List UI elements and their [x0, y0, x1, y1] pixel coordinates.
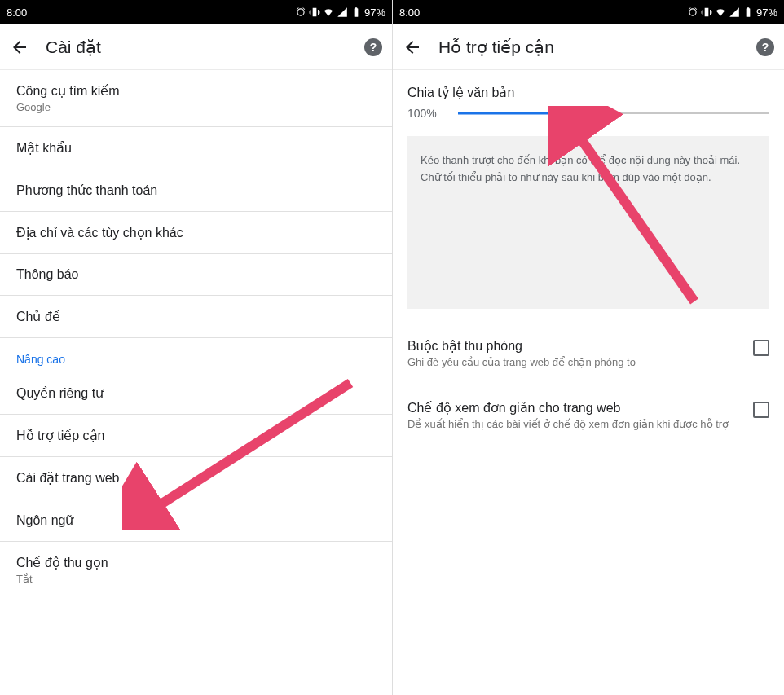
row-title: Hỗ trợ tiếp cận	[16, 428, 376, 443]
slider-thumb[interactable]	[576, 107, 589, 120]
row-title: Cài đặt trang web	[16, 470, 376, 486]
vibrate-icon	[309, 7, 320, 18]
signal-icon	[337, 7, 348, 18]
row-title: Phương thức thanh toán	[16, 183, 376, 198]
wifi-icon	[715, 7, 726, 18]
status-time: 8:00	[399, 7, 420, 19]
row-title: Công cụ tìm kiếm	[16, 83, 376, 99]
simplified-view-checkbox[interactable]	[753, 402, 769, 418]
signal-icon	[729, 7, 740, 18]
accessibility-pane: 8:00 97% Hỗ trợ tiếp cận ? Chia tỷ lệ vă…	[392, 0, 784, 695]
row-title: Chủ đề	[16, 309, 376, 324]
alarm-icon	[687, 7, 698, 18]
row-site-settings[interactable]: Cài đặt trang web	[0, 457, 392, 499]
slider-fill	[458, 112, 583, 115]
force-zoom-checkbox[interactable]	[753, 340, 769, 356]
back-button[interactable]	[10, 37, 29, 57]
row-subtitle: Đề xuất hiển thị các bài viết ở chế độ x…	[407, 417, 742, 432]
text-scale-label: Chia tỷ lệ văn bản	[407, 85, 769, 100]
status-bar: 8:00 97%	[0, 0, 392, 24]
row-accessibility[interactable]: Hỗ trợ tiếp cận	[0, 415, 392, 457]
page-title: Hỗ trợ tiếp cận	[438, 37, 740, 57]
row-force-zoom[interactable]: Buộc bật thu phóng Ghi đè yêu cầu của tr…	[393, 323, 784, 385]
section-advanced: Nâng cao	[0, 338, 392, 372]
row-title: Chế độ thu gọn	[16, 555, 376, 570]
row-title: Buộc bật thu phóng	[407, 338, 742, 354]
battery-percent: 97%	[364, 7, 385, 19]
status-time: 8:00	[7, 7, 27, 19]
alarm-icon	[295, 7, 306, 18]
row-subtitle: Tắt	[16, 573, 376, 585]
row-title: Ngôn ngữ	[16, 512, 376, 528]
page-title: Cài đặt	[46, 37, 348, 57]
row-title: Chế độ xem đơn giản cho trang web	[407, 400, 742, 416]
wifi-icon	[323, 7, 334, 18]
help-icon[interactable]: ?	[364, 38, 382, 56]
row-payments[interactable]: Phương thức thanh toán	[0, 169, 392, 212]
text-scale-section: Chia tỷ lệ văn bản 100%	[393, 70, 784, 128]
row-notifications[interactable]: Thông báo	[0, 254, 392, 296]
text-scale-slider[interactable]	[458, 105, 769, 121]
app-bar: Cài đặt ?	[0, 24, 392, 70]
row-title: Mật khẩu	[16, 140, 376, 156]
row-title: Thông báo	[16, 267, 376, 282]
row-theme[interactable]: Chủ đề	[0, 296, 392, 338]
app-bar: Hỗ trợ tiếp cận ?	[393, 24, 784, 70]
battery-icon	[350, 7, 362, 18]
row-title: Địa chỉ và các tùy chọn khác	[16, 225, 376, 240]
row-privacy[interactable]: Quyền riêng tư	[0, 372, 392, 415]
row-passwords[interactable]: Mật khẩu	[0, 127, 392, 169]
row-subtitle: Google	[16, 101, 376, 113]
row-title: Quyền riêng tư	[16, 385, 376, 401]
settings-pane: 8:00 97% Cài đặt ? Công cụ tìm kiếm Goog…	[0, 0, 392, 695]
status-bar: 8:00 97%	[393, 0, 784, 24]
row-subtitle: Ghi đè yêu cầu của trang web để chặn phó…	[407, 355, 742, 370]
row-search-engine[interactable]: Công cụ tìm kiếm Google	[0, 70, 392, 127]
battery-percent: 97%	[756, 7, 777, 19]
row-simplified-view[interactable]: Chế độ xem đơn giản cho trang web Đề xuấ…	[393, 385, 784, 446]
text-scale-hint: Kéo thanh trượt cho đến khi bạn có thể đ…	[407, 136, 769, 309]
row-language[interactable]: Ngôn ngữ	[0, 499, 392, 542]
back-button[interactable]	[403, 37, 422, 57]
battery-icon	[742, 7, 754, 18]
help-icon[interactable]: ?	[756, 38, 774, 56]
row-lite-mode[interactable]: Chế độ thu gọn Tắt	[0, 542, 392, 598]
vibrate-icon	[701, 7, 712, 18]
row-addresses[interactable]: Địa chỉ và các tùy chọn khác	[0, 212, 392, 254]
settings-list: Công cụ tìm kiếm Google Mật khẩu Phương …	[0, 70, 392, 598]
text-scale-value: 100%	[407, 107, 447, 120]
